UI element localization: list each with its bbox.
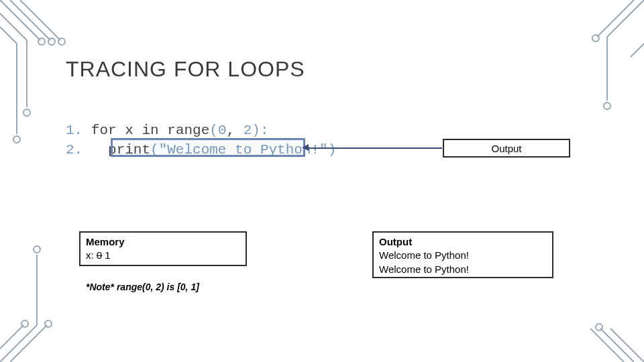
highlight-current-line (111, 138, 305, 157)
memory-var-label: x: (86, 249, 94, 261)
range-note: *Note* range(0, 2) is [0, 1] (86, 282, 199, 292)
output-label-box: Output (443, 139, 570, 158)
kw-for: for (91, 123, 117, 138)
arrow-output (308, 147, 442, 149)
output-box-title: Output (379, 235, 547, 249)
output-box: Output Welcome to Python! Welcome to Pyt… (372, 231, 553, 278)
svg-point-20 (34, 246, 40, 253)
svg-line-9 (0, 27, 17, 44)
kw-in: in (142, 123, 158, 138)
svg-point-5 (58, 38, 65, 45)
var-x: x (117, 123, 142, 138)
svg-point-14 (604, 103, 610, 109)
memory-new-value: 1 (102, 249, 111, 261)
svg-line-21 (0, 325, 23, 349)
circuit-decoration (0, 0, 644, 362)
svg-point-27 (596, 324, 602, 330)
svg-line-2 (10, 0, 50, 40)
svg-point-1 (38, 38, 45, 45)
line-number-1: 1. (66, 123, 83, 138)
line-number-2: 2. (66, 142, 83, 158)
slide-title: TRACING FOR LOOPS (66, 57, 305, 82)
fn-range: range (167, 123, 209, 138)
output-label-text: Output (491, 143, 521, 154)
svg-line-6 (0, 13, 27, 40)
svg-line-18 (0, 325, 37, 362)
svg-point-11 (13, 136, 20, 143)
memory-old-value: 0 (97, 249, 102, 261)
svg-point-3 (48, 38, 55, 45)
arrow-head-icon (302, 144, 309, 151)
svg-line-28 (590, 328, 624, 362)
memory-box: Memory x: 0 1 (79, 231, 247, 266)
svg-line-23 (10, 325, 47, 362)
output-line-1: Welcome to Python! (379, 249, 547, 262)
svg-line-17 (631, 44, 644, 57)
svg-point-22 (21, 320, 28, 327)
memory-var-line: x: 0 1 (86, 249, 240, 262)
output-line-2: Welcome to Python! (379, 263, 547, 276)
memory-title: Memory (86, 235, 240, 249)
svg-line-26 (600, 328, 634, 362)
svg-line-15 (597, 0, 634, 37)
svg-line-12 (607, 0, 644, 37)
code-line-1: 1. for x in range(0, 2): (66, 121, 336, 140)
svg-line-0 (0, 0, 40, 40)
svg-line-25 (610, 328, 644, 362)
svg-line-4 (20, 0, 60, 40)
svg-point-16 (592, 35, 599, 42)
svg-point-8 (23, 109, 30, 116)
svg-point-24 (45, 320, 52, 327)
